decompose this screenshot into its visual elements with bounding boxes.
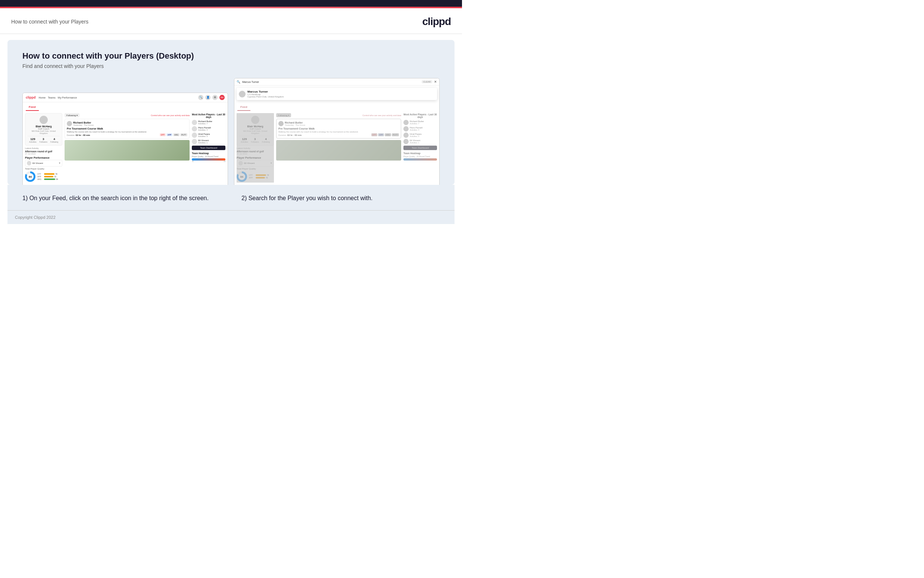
profile-club-1: Mill Ride Golf Club, United Kingdom (28, 130, 60, 135)
mock-stats-row-2: 129 Activities 3 Followers 4 (239, 136, 271, 143)
mock-search-bar-2: 🔍 Marcus Turner CLEAR ✕ (235, 78, 439, 86)
player-avatar-sm-2 (238, 161, 243, 166)
pi-info-1: Richard Butler Activities: 7 (198, 120, 212, 125)
mock-app-1: clippd Home Teams My Performance 🔍 👤 ⚙ B… (23, 93, 228, 185)
pi-avatar-2 (192, 126, 197, 132)
close-btn-2[interactable]: ✕ (434, 80, 437, 84)
latest-activity-label-1: Latest Activity (25, 147, 62, 149)
search-icon-1[interactable]: 🔍 (198, 95, 203, 100)
hero-section: How to connect with your Players (Deskto… (8, 40, 455, 185)
active-label-2: Most Active Players - Last 30 days (403, 113, 437, 119)
player-item-3: Hiral Pujara Activities: 3 (192, 133, 225, 138)
caption-1: 1) On your Feed, click on the search ico… (15, 194, 228, 203)
quality-label-1: Total Player Quality (25, 168, 62, 170)
stat-activities-1: 129 Activities (29, 137, 37, 143)
pi-info-7: Hiral Pujara Activities: 3 (410, 133, 421, 137)
search-icon-2: 🔍 (236, 80, 240, 84)
player-item-4: Eli Vincent Activities: 1 (192, 139, 225, 144)
search-input-2[interactable]: Marcus Turner (242, 81, 420, 83)
activity-image-1 (65, 140, 189, 161)
player-perf-label-2: Player Performance (236, 156, 274, 159)
mock-right-2: Most Active Players - Last 30 days Richa… (403, 113, 437, 183)
settings-icon-1[interactable]: ⚙ (212, 95, 218, 100)
top-bar (0, 0, 462, 7)
latest-activity-label-2: Latest Activity (236, 147, 274, 149)
quality-section-1: 84 OTT 79 APP (25, 170, 62, 183)
mock-nav-performance-1[interactable]: My Performance (58, 96, 77, 99)
search-result-2[interactable]: Marcus Turner 1.5 Handicap Cypress Point… (236, 88, 437, 100)
mock-stats-row-1: 129 Activities 3 Followers 4 (28, 136, 60, 143)
player-name-2: Eli Vincent (244, 162, 269, 164)
caption-text-2: 2) Search for the Player you wish to con… (241, 194, 440, 203)
stat-activities-2: 129 Activities (241, 137, 248, 143)
result-info-2: Marcus Turner 1.5 Handicap Cypress Point… (248, 90, 284, 98)
screenshot-2: 🔍 Marcus Turner CLEAR ✕ Marcus Turner 1.… (234, 78, 440, 185)
act-author-info-2: Richard Butler Yesterday · The Grove (285, 121, 305, 126)
mock-right-1: Most Active Players - Last 30 days Richa… (192, 113, 225, 183)
player-name-1: Eli Vincent (32, 162, 58, 164)
following-btn-1[interactable]: Following ▾ (65, 113, 79, 117)
donut-value-2: 84 (238, 173, 245, 180)
mock-body-1: Blair McHarg Golf Coach Mill Ride Golf C… (23, 111, 228, 185)
tag-ott-2: OTT (371, 133, 377, 136)
activity-tags-1: OTT APP ARG PUTT (160, 133, 187, 136)
player-item-5: Richard Butler Activities: 7 (403, 120, 437, 125)
activity-image-2 (276, 140, 401, 161)
profile-name-1: Blair McHarg (28, 125, 60, 128)
pi-info-3: Hiral Pujara Activities: 3 (198, 133, 210, 137)
duration-val-1: 02 hr : 00 min (76, 134, 90, 136)
captions-row: 1) On your Feed, click on the search ico… (8, 185, 455, 210)
player-perf-label-1: Player Performance (25, 156, 62, 159)
player-item-8: Eli Vincent Activities: 1 (403, 139, 437, 144)
profile-club-2: Mill Ride Golf Club, United Kingdom (239, 130, 271, 135)
clear-btn-2[interactable]: CLEAR (422, 80, 432, 83)
hero-subtitle: Find and connect with your Players (23, 63, 440, 69)
profile-avatar-1 (40, 116, 48, 124)
donut-chart-1: 84 (25, 171, 36, 182)
pi-avatar-6 (403, 126, 409, 132)
bar-charts-1: OTT 79 APP 70 (37, 173, 58, 181)
pi-avatar-1 (192, 120, 197, 125)
app-bar-2: APP 70 (249, 177, 269, 179)
activity-author-1: Richard Butler Yesterday · The Grove (67, 121, 187, 126)
activity-desc-2: Walking the course with my coach to buil… (278, 131, 399, 133)
profile-name-2: Blair McHarg (239, 125, 271, 128)
user-icon-1[interactable]: 👤 (205, 95, 210, 100)
mock-nav-teams-1[interactable]: Teams (48, 96, 56, 99)
screenshot-1: clippd Home Teams My Performance 🔍 👤 ⚙ B… (23, 93, 228, 185)
avatar-icon-1: BM (219, 95, 225, 100)
donut-chart-2: 84 (236, 171, 247, 182)
activity-title-2: Pre Tournament Course Walk (278, 127, 399, 130)
latest-activity-name-2: Afternoon round of golf (236, 150, 274, 153)
player-row-1[interactable]: Eli Vincent ▾ (25, 160, 62, 167)
donut-value-1: 84 (27, 173, 34, 180)
heatmap-sub-2: Player Quality · 20 Round Trend (403, 155, 437, 157)
tag-putt-1: PUTT (180, 133, 187, 136)
heatmap-scale-1: -5 +5 (192, 161, 225, 162)
quality-label-2: Total Player Quality (236, 168, 274, 170)
pi-info-2: Piers Parnell Activities: 4 (198, 127, 211, 131)
act-avatar-1 (67, 121, 72, 126)
pi-info-5: Richard Butler Activities: 7 (410, 120, 424, 125)
latest-activity-date-2: 27 Jul 2022 (236, 153, 274, 155)
profile-card-1: Blair McHarg Golf Coach Mill Ride Golf C… (25, 113, 62, 146)
mock-middle-2: Following ▾ Control who can see your act… (276, 113, 401, 183)
caption-2: 2) Search for the Player you wish to con… (234, 194, 447, 203)
arg-bar-fill-1 (44, 179, 55, 180)
activity-title-1: Pre Tournament Course Walk (67, 127, 187, 130)
activity-tags-2: OTT APP ARG PUTT (371, 133, 399, 136)
mock-app-2: 🔍 Marcus Turner CLEAR ✕ Marcus Turner 1.… (235, 78, 439, 185)
following-btn-2: Following ▾ (276, 113, 291, 117)
app-bar-1: APP 70 (37, 175, 58, 178)
act-author-info-1: Richard Butler Yesterday · The Grove (73, 121, 94, 126)
mock-feed-tab-1[interactable]: Feed (26, 104, 39, 111)
mock-nav-icons-1: 🔍 👤 ⚙ BM (198, 95, 225, 100)
bar-charts-2: OTT 79 APP 70 (249, 174, 269, 179)
control-link-1[interactable]: Control who can see your activity and da… (151, 114, 189, 117)
dropdown-chevron-1[interactable]: ▾ (59, 162, 60, 165)
team-dashboard-btn-1[interactable]: Team Dashboard (192, 146, 225, 150)
mock-nav-home-1[interactable]: Home (39, 96, 46, 99)
tag-app-2: APP (378, 133, 384, 136)
pi-avatar-3 (192, 133, 197, 138)
latest-activity-date-1: 27 Jul 2022 (25, 153, 62, 155)
